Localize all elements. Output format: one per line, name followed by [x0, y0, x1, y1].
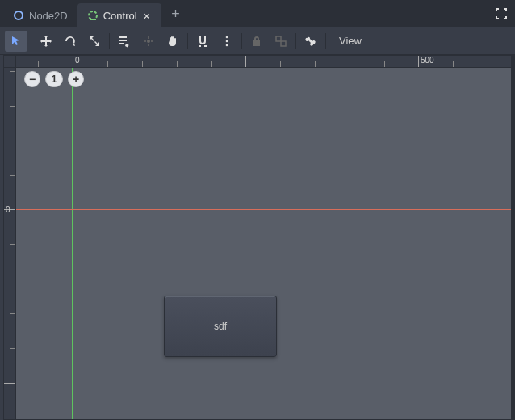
move-tool[interactable]: [35, 31, 57, 52]
move-icon: [40, 35, 52, 48]
separator: [241, 33, 242, 49]
x-axis-line: [16, 209, 511, 210]
y-axis-line: [72, 68, 73, 419]
separator: [325, 33, 326, 49]
svg-point-0: [15, 11, 23, 19]
svg-rect-8: [281, 41, 286, 46]
rotate-icon: [64, 35, 77, 48]
cursor-icon: [10, 35, 23, 48]
toolbar: View: [0, 27, 515, 55]
scale-icon: [88, 35, 101, 48]
svg-point-1: [89, 11, 97, 19]
pan-tool[interactable]: [161, 31, 184, 52]
zoom-controls: − 1 +: [24, 71, 84, 87]
lock-icon: [250, 35, 263, 48]
svg-rect-7: [276, 36, 281, 41]
add-tab-button[interactable]: +: [165, 2, 187, 25]
ruler-corner: [4, 56, 16, 68]
viewport: 0500 0 − 1 + sdf: [3, 55, 512, 420]
zoom-out-button[interactable]: −: [24, 71, 40, 87]
snap-tool[interactable]: [191, 31, 214, 52]
ruler-vertical[interactable]: 0: [4, 68, 16, 419]
tab-label: Node2D: [29, 10, 68, 22]
group-tool[interactable]: [270, 31, 292, 52]
svg-rect-2: [90, 19, 96, 20]
view-label: View: [339, 35, 362, 47]
view-menu[interactable]: View: [329, 31, 371, 52]
zoom-level-button[interactable]: 1: [45, 71, 63, 87]
close-icon[interactable]: ×: [142, 10, 152, 20]
node2d-icon: [13, 10, 24, 21]
svg-point-6: [226, 44, 228, 46]
bone-icon: [304, 35, 317, 48]
tab-bar: Node2D Control × +: [0, 0, 515, 27]
node-button-sdf[interactable]: sdf: [164, 296, 277, 357]
canvas[interactable]: − 1 + sdf: [16, 68, 511, 419]
snap-icon: [196, 35, 209, 48]
fullscreen-icon: [495, 7, 508, 20]
separator: [295, 33, 296, 49]
ruler-horizontal[interactable]: 0500: [16, 56, 511, 68]
node-label: sdf: [214, 321, 227, 332]
separator: [109, 33, 110, 49]
tab-control[interactable]: Control ×: [77, 3, 161, 27]
control-icon: [87, 10, 98, 21]
fullscreen-button[interactable]: [488, 0, 515, 27]
hand-icon: [166, 35, 179, 48]
kebab-icon: [224, 36, 229, 47]
svg-point-3: [147, 40, 150, 43]
separator: [31, 33, 31, 49]
separator: [187, 33, 188, 49]
lock-tool[interactable]: [245, 31, 268, 52]
svg-point-5: [226, 40, 228, 42]
bone-tool[interactable]: [299, 31, 322, 52]
tab-label: Control: [103, 10, 137, 22]
list-select-tool[interactable]: [113, 31, 136, 52]
svg-point-4: [226, 36, 228, 38]
snap-options[interactable]: [216, 31, 238, 52]
rotate-tool[interactable]: [59, 31, 82, 52]
pivot-tool[interactable]: [137, 31, 160, 52]
select-tool[interactable]: [5, 31, 27, 52]
group-icon: [274, 35, 287, 48]
tab-node2d[interactable]: Node2D: [3, 3, 77, 27]
pivot-icon: [142, 35, 155, 48]
list-icon: [118, 35, 131, 48]
scrollbar-vertical[interactable]: [512, 55, 515, 420]
scale-tool[interactable]: [83, 31, 106, 52]
zoom-in-button[interactable]: +: [68, 71, 84, 87]
